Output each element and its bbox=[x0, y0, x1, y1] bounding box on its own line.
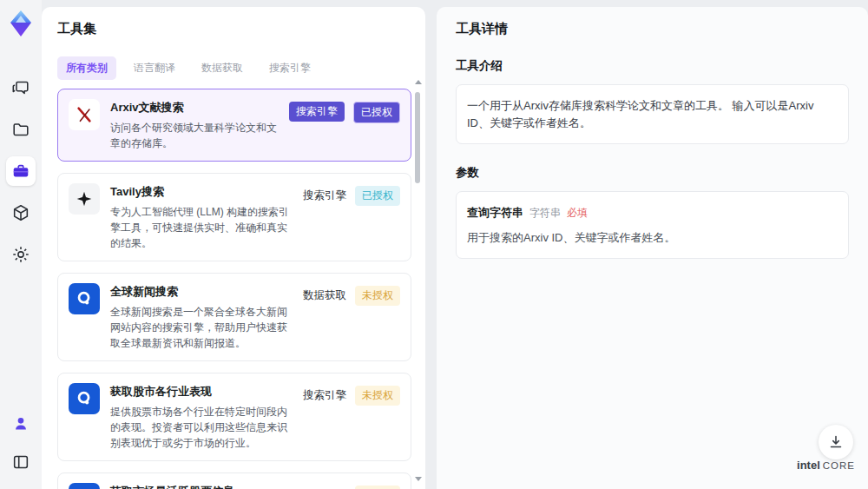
brand-core-label: CORE bbox=[823, 460, 855, 471]
news-logo-icon bbox=[69, 283, 100, 314]
category-label: 搜索引擎 bbox=[303, 386, 346, 406]
sidebar-collapse-toggle[interactable] bbox=[6, 447, 36, 477]
arxiv-logo-icon bbox=[69, 99, 100, 130]
intro-heading: 工具介绍 bbox=[456, 58, 849, 74]
tab-search-engine[interactable]: 搜索引擎 bbox=[260, 56, 319, 80]
param-box: 查询字符串 字符串 必填 用于搜索的Arxiv ID、关键字或作者姓名。 bbox=[456, 191, 849, 259]
sidebar-item-chat[interactable] bbox=[6, 73, 36, 102]
status-badge: 未授权 bbox=[355, 286, 400, 306]
tool-card-tavily[interactable]: Tavily搜索 专为人工智能代理 (LLM) 构建的搜索引擎工具，可快速提供实… bbox=[57, 173, 411, 261]
scroll-down-arrow[interactable] bbox=[415, 477, 422, 481]
status-badge: 未授权 bbox=[355, 386, 400, 406]
category-badge: 搜索引擎 bbox=[289, 102, 345, 122]
download-icon bbox=[826, 433, 845, 452]
tool-list: Arxiv文献搜索 访问各个研究领域大量科学论文和文章的存储库。 搜索引擎 已授… bbox=[57, 89, 425, 489]
tool-details-panel: 工具详情 工具介绍 一个用于从Arxiv存储库搜索科学论文和文章的工具。 输入可… bbox=[437, 7, 868, 489]
chat-icon bbox=[11, 78, 30, 97]
details-title: 工具详情 bbox=[456, 21, 849, 37]
app-logo-icon bbox=[7, 9, 35, 40]
status-badge: 已授权 bbox=[353, 102, 400, 123]
category-tabs: 所有类别 语言翻译 数据获取 搜索引擎 bbox=[57, 56, 425, 80]
tool-name: Arxiv文献搜索 bbox=[110, 100, 279, 116]
list-scrollbar[interactable] bbox=[414, 80, 421, 481]
scrollbar-thumb[interactable] bbox=[415, 92, 420, 183]
tool-name: 全球新闻搜索 bbox=[110, 284, 293, 300]
params-heading: 参数 bbox=[456, 165, 849, 181]
intel-core-logo: intel CORE bbox=[797, 459, 855, 472]
tool-name: 获取市场最活跃股票信息 bbox=[110, 484, 293, 489]
tool-name: 获取股市各行业表现 bbox=[110, 384, 293, 400]
intro-box: 一个用于从Arxiv存储库搜索科学论文和文章的工具。 输入可以是Arxiv ID… bbox=[456, 84, 849, 144]
tab-language-translation[interactable]: 语言翻译 bbox=[125, 56, 184, 80]
tool-card-sector-performance[interactable]: 获取股市各行业表现 提供股票市场各个行业在特定时间段内的表现。投资者可以利用这些… bbox=[57, 373, 411, 461]
tool-description: 全球新闻搜索是一个聚合全球各大新闻网站内容的搜索引擎，帮助用户快速获取全球最新资… bbox=[110, 304, 293, 351]
panel-toggle-icon bbox=[11, 453, 30, 472]
tool-description: 专为人工智能代理 (LLM) 构建的搜索引擎工具，可快速提供实时、准确和真实的结… bbox=[110, 204, 293, 251]
category-label: 搜索引擎 bbox=[303, 186, 346, 206]
user-icon bbox=[11, 414, 30, 433]
sidebar-item-tools[interactable] bbox=[6, 156, 36, 186]
page-title: 工具集 bbox=[57, 21, 425, 37]
sidebar-item-files[interactable] bbox=[6, 115, 36, 144]
scroll-up-arrow[interactable] bbox=[415, 80, 422, 84]
gear-icon bbox=[11, 245, 30, 264]
tavily-star-icon bbox=[69, 183, 100, 215]
sidebar-item-models[interactable] bbox=[6, 198, 36, 228]
folder-icon bbox=[11, 120, 30, 139]
brand-intel-label: intel bbox=[797, 459, 820, 472]
sidebar-item-profile[interactable] bbox=[6, 409, 36, 439]
tool-list-panel: 工具集 所有类别 语言翻译 数据获取 搜索引擎 Arxiv文献搜索 访问各个研究… bbox=[42, 7, 425, 489]
tool-card-arxiv[interactable]: Arxiv文献搜索 访问各个研究领域大量科学论文和文章的存储库。 搜索引擎 已授… bbox=[57, 89, 411, 162]
param-required-badge: 必填 bbox=[567, 205, 588, 221]
download-button[interactable] bbox=[819, 425, 853, 459]
news-logo-icon bbox=[69, 383, 100, 414]
param-description: 用于搜索的Arxiv ID、关键字或作者姓名。 bbox=[467, 229, 838, 247]
toolbox-icon bbox=[11, 162, 30, 181]
tab-data-fetch[interactable]: 数据获取 bbox=[193, 56, 252, 80]
status-badge: 已授权 bbox=[355, 186, 400, 206]
status-badge: 未授权 bbox=[355, 486, 400, 489]
tool-description: 提供股票市场各个行业在特定时间段内的表现。投资者可以利用这些信息来识别表现优于或… bbox=[110, 404, 293, 451]
tab-all-categories[interactable]: 所有类别 bbox=[57, 56, 116, 80]
category-label: 搜索引擎 bbox=[303, 486, 346, 489]
param-name: 查询字符串 bbox=[467, 204, 523, 221]
news-logo-icon bbox=[69, 483, 100, 489]
category-label: 数据获取 bbox=[303, 286, 346, 306]
tool-card-global-news[interactable]: 全球新闻搜索 全球新闻搜索是一个聚合全球各大新闻网站内容的搜索引擎，帮助用户快速… bbox=[57, 273, 411, 361]
tool-name: Tavily搜索 bbox=[110, 184, 293, 200]
tool-card-active-stocks[interactable]: 获取市场最活跃股票信息 提供当天交易量最高的股票列表，投资者可以利用这些信息来识… bbox=[57, 472, 411, 489]
param-type: 字符串 bbox=[529, 205, 561, 221]
cube-icon bbox=[11, 203, 30, 222]
sidebar-item-settings[interactable] bbox=[6, 240, 36, 269]
left-sidebar bbox=[0, 0, 42, 489]
tool-description: 访问各个研究领域大量科学论文和文章的存储库。 bbox=[110, 120, 279, 151]
